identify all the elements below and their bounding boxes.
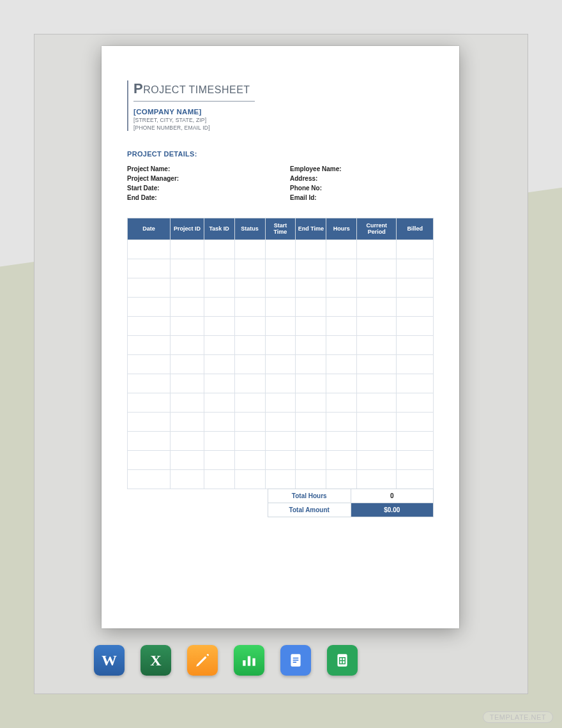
table-row <box>128 469 434 489</box>
table-cell <box>171 450 204 469</box>
col-end-time: End Time <box>296 218 326 240</box>
table-cell <box>326 354 357 374</box>
total-amount-value: $0.00 <box>351 503 434 517</box>
table-cell <box>128 259 171 278</box>
table-cell <box>171 335 204 354</box>
table-row <box>128 335 434 354</box>
table-cell <box>265 259 296 278</box>
table-cell <box>171 354 204 374</box>
table-row <box>128 450 434 469</box>
word-icon[interactable]: W <box>94 645 125 676</box>
table-cell <box>234 354 265 374</box>
table-cell <box>128 239 171 259</box>
watermark: TEMPLATE.NET <box>483 711 553 723</box>
field-address: Address: <box>290 175 434 182</box>
table-cell <box>397 297 434 316</box>
field-start-date: Start Date: <box>127 185 271 192</box>
table-cell <box>171 278 204 297</box>
bars-icon <box>241 652 257 669</box>
svg-rect-6 <box>293 662 296 663</box>
col-billed: Billed <box>397 218 434 240</box>
word-glyph: W <box>102 652 117 669</box>
table-cell <box>357 316 397 335</box>
table-cell <box>171 374 204 393</box>
table-cell <box>326 316 357 335</box>
table-cell <box>265 412 296 431</box>
table-cell <box>397 412 434 431</box>
field-employee-name: Employee Name: <box>290 165 434 172</box>
table-cell <box>326 239 357 259</box>
excel-icon[interactable]: X <box>140 645 171 676</box>
table-cell <box>204 393 234 412</box>
table-cell <box>357 450 397 469</box>
table-cell <box>171 259 204 278</box>
field-end-date: End Date: <box>127 194 271 201</box>
table-cell <box>357 354 397 374</box>
details-left-column: Project Name: Project Manager: Start Dat… <box>127 163 271 204</box>
svg-rect-4 <box>293 658 299 659</box>
table-cell <box>204 239 234 259</box>
total-hours-value: 0 <box>351 489 434 503</box>
preview-panel: PROJECT TIMESHEET [COMPANY NAME] [STREET… <box>34 34 528 694</box>
col-date: Date <box>128 218 171 240</box>
google-docs-icon[interactable] <box>280 645 311 676</box>
numbers-icon[interactable] <box>234 645 264 676</box>
table-cell <box>234 239 265 259</box>
table-row <box>128 278 434 297</box>
table-cell <box>326 469 357 489</box>
table-cell <box>296 239 326 259</box>
table-cell <box>234 297 265 316</box>
table-cell <box>234 393 265 412</box>
table-cell <box>234 431 265 450</box>
title-block: PROJECT TIMESHEET [COMPANY NAME] [STREET… <box>127 80 434 131</box>
timesheet-table: Date Project ID Task ID Status Start Tim… <box>127 218 434 489</box>
table-row <box>128 412 434 431</box>
table-cell <box>234 374 265 393</box>
table-cell <box>234 316 265 335</box>
table-cell <box>171 316 204 335</box>
table-cell <box>204 431 234 450</box>
table-cell <box>397 393 434 412</box>
table-row <box>128 431 434 450</box>
table-cell <box>265 393 296 412</box>
section-heading: PROJECT DETAILS: <box>127 150 434 158</box>
table-cell <box>357 335 397 354</box>
pages-icon[interactable] <box>187 645 218 676</box>
table-row <box>128 316 434 335</box>
table-cell <box>265 431 296 450</box>
company-address: [STREET, CITY, STATE, ZIP] <box>133 117 434 123</box>
table-cell <box>326 374 357 393</box>
table-cell <box>326 431 357 450</box>
pen-icon <box>194 652 211 669</box>
project-details: Project Name: Project Manager: Start Dat… <box>127 163 434 204</box>
table-cell <box>204 297 234 316</box>
table-cell <box>357 297 397 316</box>
table-cell <box>296 393 326 412</box>
svg-rect-5 <box>293 660 299 661</box>
table-cell <box>357 239 397 259</box>
col-current-period: Current Period <box>357 218 397 240</box>
doc-lines-icon <box>287 652 304 669</box>
table-cell <box>296 354 326 374</box>
table-row <box>128 354 434 374</box>
table-cell <box>265 316 296 335</box>
table-cell <box>397 335 434 354</box>
title-rest: ROJECT TIMESHEET <box>143 84 250 95</box>
google-sheets-icon[interactable] <box>327 645 358 676</box>
table-cell <box>128 335 171 354</box>
table-cell <box>397 469 434 489</box>
table-cell <box>128 278 171 297</box>
company-contact: [PHONE NUMBER, EMAIL ID] <box>133 125 434 131</box>
table-cell <box>397 316 434 335</box>
table-cell <box>265 450 296 469</box>
table-cell <box>204 278 234 297</box>
field-phone-no: Phone No: <box>290 185 434 192</box>
col-project-id: Project ID <box>171 218 204 240</box>
table-cell <box>171 297 204 316</box>
table-cell <box>296 431 326 450</box>
table-cell <box>265 278 296 297</box>
details-right-column: Employee Name: Address: Phone No: Email … <box>290 163 434 204</box>
table-cell <box>128 316 171 335</box>
table-cell <box>128 374 171 393</box>
table-cell <box>296 316 326 335</box>
